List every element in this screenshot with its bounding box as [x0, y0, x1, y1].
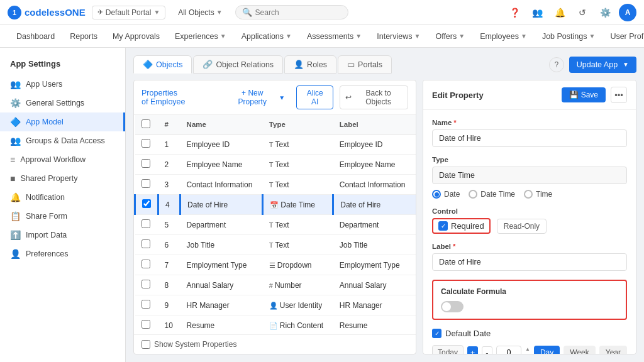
stepper-down[interactable]: ▼ [525, 353, 530, 354]
name-input[interactable] [432, 129, 627, 147]
notifications-icon-btn[interactable]: 🔔 [551, 4, 569, 21]
search-bar[interactable]: 🔍 [235, 5, 348, 19]
type-icon: T [269, 141, 274, 148]
portal-selector[interactable]: ✈ Default Portal ▼ [92, 6, 166, 19]
default-date-checkbox[interactable]: ✓ [432, 329, 441, 338]
row-type: 👤User Identity [263, 295, 333, 315]
sidebar-item-groups-data-access[interactable]: 👥 Groups & Data Access [0, 131, 125, 150]
radio-time[interactable]: Time [524, 190, 552, 199]
row-checkbox[interactable] [142, 320, 150, 329]
app-users-icon: 👥 [10, 79, 21, 89]
approval-icon: ≡ [10, 155, 15, 165]
save-button[interactable]: 💾 Save [562, 87, 606, 102]
sidebar-item-approval-workflow[interactable]: ≡ Approval Workflow [0, 150, 125, 169]
calc-formula-toggle[interactable] [441, 301, 464, 312]
search-input[interactable] [255, 8, 337, 17]
back-to-objects-button[interactable]: ↩ Back to Objects [340, 85, 408, 109]
table-row[interactable]: 3 Contact Information TText Contact Info… [135, 175, 416, 195]
name-field-label: Name * [432, 119, 627, 126]
sidebar-item-preferences[interactable]: 👤 Preferences [0, 244, 125, 263]
table-row[interactable]: 4 Date of Hire 📅Date Time Date of Hire [135, 195, 416, 215]
label-input[interactable] [432, 253, 627, 271]
minus-button[interactable]: - [482, 346, 492, 354]
row-checkbox[interactable] [142, 219, 150, 228]
alice-ai-button[interactable]: Alice AI [296, 85, 333, 109]
nav-user-profile[interactable]: User Profile▼ [604, 28, 644, 45]
day-button[interactable]: Day [534, 346, 560, 354]
nav-employees[interactable]: Employees▼ [474, 28, 533, 45]
default-date-value-input[interactable] [496, 346, 521, 354]
nav-interviews[interactable]: Interviews▼ [370, 28, 426, 45]
row-checkbox[interactable] [142, 199, 151, 208]
label-field-label: Label * [432, 243, 627, 250]
sidebar-item-app-users[interactable]: 👥 App Users [0, 75, 125, 94]
stepper-arrows[interactable]: ▲ ▼ [525, 346, 530, 354]
label-required-star: * [453, 243, 455, 250]
tab-help-icon[interactable]: ? [549, 57, 564, 72]
new-property-button[interactable]: + New Property ▼ [223, 86, 290, 109]
sidebar-title: App Settings [0, 55, 125, 75]
row-num: 7 [158, 255, 180, 275]
nav-approvals[interactable]: My Approvals [106, 28, 166, 45]
tab-objects[interactable]: 🔷 Objects [133, 55, 192, 74]
select-all-checkbox[interactable] [142, 119, 150, 128]
help-icon-btn[interactable]: ❓ [506, 4, 523, 21]
default-date-section: ✓ Default Date Today + - ▲ ▼ [432, 329, 627, 354]
radio-date[interactable]: Date [432, 190, 460, 199]
row-checkbox[interactable] [142, 139, 150, 148]
table-scroll[interactable]: # Name Type Label 1 Employee ID TText Em… [134, 115, 416, 334]
users-icon-btn[interactable]: 👥 [528, 4, 546, 21]
nav-reports[interactable]: Reports [64, 28, 104, 45]
nav-assessments[interactable]: Assessments▼ [301, 28, 368, 45]
row-num: 1 [158, 134, 180, 155]
nav-job-postings[interactable]: Job Postings▼ [536, 28, 601, 45]
show-sys-checkbox[interactable] [142, 340, 150, 349]
row-checkbox[interactable] [142, 300, 150, 309]
sidebar-item-import-data[interactable]: ⬆️ Import Data [0, 226, 125, 244]
required-checkbox[interactable]: ✓ [438, 221, 448, 231]
table-row[interactable]: 9 HR Manager 👤User Identity HR Manager [135, 295, 416, 315]
nav-applications[interactable]: Applications▼ [235, 28, 298, 45]
update-app-button[interactable]: Update App ▼ [569, 57, 636, 73]
user-avatar[interactable]: A [619, 4, 636, 21]
sidebar-item-app-model[interactable]: 🔷 App Model [0, 112, 125, 131]
row-checkbox[interactable] [142, 260, 150, 268]
table-row[interactable]: 8 Annual Salary #Number Annual Salary [135, 275, 416, 295]
row-checkbox[interactable] [142, 280, 150, 288]
settings-icon-btn[interactable]: ⚙️ [596, 4, 614, 21]
sidebar-item-general-settings[interactable]: ⚙️ General Settings [0, 94, 125, 112]
all-objects-btn[interactable]: All Objects ▼ [172, 4, 228, 21]
tab-roles[interactable]: 👤 Roles [284, 55, 336, 74]
week-button[interactable]: Week [564, 346, 595, 354]
sidebar-item-shared-property[interactable]: ■ Shared Property [0, 169, 125, 188]
table-row[interactable]: 7 Employment Type ☰Dropdown Employment T… [135, 255, 416, 275]
nav-experiences[interactable]: Experiences▼ [169, 28, 233, 45]
tab-object-relations[interactable]: 🔗 Object Relations [193, 55, 283, 74]
readonly-button[interactable]: Read-Only [497, 219, 547, 234]
radio-datetime[interactable]: Date Time [469, 190, 515, 199]
year-button[interactable]: Year [599, 346, 627, 354]
sidebar-item-share-form[interactable]: 📋 Share Form [0, 207, 125, 226]
row-checkbox[interactable] [142, 239, 150, 248]
nav-dashboard[interactable]: Dashboard [10, 28, 61, 45]
row-checkbox[interactable] [142, 179, 150, 188]
today-button[interactable]: Today [432, 345, 464, 354]
table-row[interactable]: 10 Resume 📄Rich Content Resume [135, 315, 416, 335]
save-icon: 💾 [569, 90, 579, 99]
table-row[interactable]: 2 Employee Name TText Employee Name [135, 155, 416, 175]
row-num: 4 [158, 195, 180, 215]
table-row[interactable]: 5 Department TText Department [135, 215, 416, 235]
required-control[interactable]: ✓ Required [432, 218, 491, 234]
row-name: HR Manager [180, 295, 263, 315]
row-checkbox[interactable] [142, 159, 150, 168]
tab-portals[interactable]: ▭ Portals [338, 55, 392, 74]
sidebar-item-notification[interactable]: 🔔 Notification [0, 188, 125, 207]
plus-button[interactable]: + [467, 346, 478, 354]
history-icon-btn[interactable]: ↺ [574, 4, 591, 21]
stepper-up[interactable]: ▲ [525, 346, 530, 353]
table-row[interactable]: 6 Job Title TText Job Title [135, 235, 416, 255]
nav-offers[interactable]: Offers▼ [429, 28, 471, 45]
show-system-properties[interactable]: Show System Properties [134, 334, 416, 354]
table-row[interactable]: 1 Employee ID TText Employee ID [135, 134, 416, 155]
more-options-button[interactable]: ••• [611, 87, 627, 103]
